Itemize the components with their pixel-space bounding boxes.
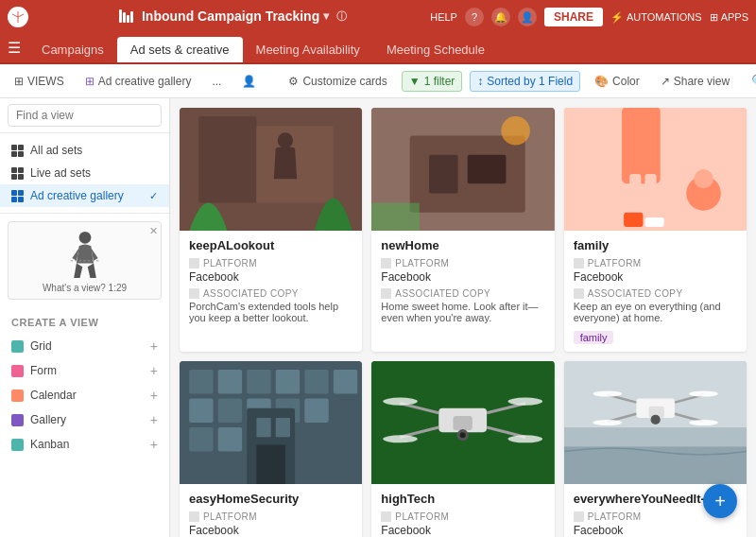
tab-campaigns[interactable]: Campaigns [28,37,117,62]
close-preview-button[interactable]: ✕ [149,225,158,237]
card-tag: family [574,331,614,344]
filter-button[interactable]: ▼ 1 filter [402,71,463,92]
notifications-icon[interactable]: 🔔 [491,8,510,26]
card-keepALookout[interactable]: keepALookout PLATFORM Facebook ASSOCIATE… [180,108,362,352]
apps-button[interactable]: ⊞ APPS [710,11,748,24]
create-calendar-button[interactable]: Calendar + [0,383,169,407]
create-grid-button[interactable]: Grid + [0,334,169,358]
field-icon [381,511,391,522]
more-options-button[interactable]: ... [205,72,228,91]
svg-point-64 [689,390,718,396]
add-record-button[interactable]: + [703,484,737,518]
help-label: HELP [430,11,457,23]
share-icon: ↗ [661,75,670,88]
gallery-view-label[interactable]: ⊞ Ad creative gallery [78,72,198,91]
sidebar-item-all-ad-sets[interactable]: All ad sets [0,139,169,162]
field-icon [381,288,391,299]
preview-label[interactable]: What's a view? 1:29 [14,283,155,293]
gallery-create-icon [11,414,24,426]
view-search[interactable] [0,98,169,133]
svg-rect-19 [644,174,656,222]
color-button[interactable]: 🎨 Color [588,72,646,91]
svg-point-49 [384,398,419,406]
platform-field: PLATFORM Facebook [381,511,544,537]
sort-button[interactable]: ↕ Sorted by 1 Field [470,71,580,92]
svg-rect-37 [218,427,242,451]
menu-button[interactable]: ☰ [8,33,21,62]
create-kanban-button[interactable]: Kanban + [0,432,169,457]
svg-rect-44 [454,416,472,430]
top-bar: Inbound Campaign Tracking ▾ ⓘ HELP ? 🔔 👤… [0,0,756,34]
svg-rect-1 [123,12,126,23]
svg-rect-31 [189,399,213,423]
share-button[interactable]: SHARE [544,8,603,26]
card-title: easyHomeSecurity [189,492,352,506]
search-button[interactable]: 🔍 [751,74,756,88]
svg-rect-68 [564,446,747,484]
kanban-create-icon [11,439,24,451]
card-title: keepALookout [189,238,352,252]
svg-point-14 [502,116,531,146]
sidebar-item-live-ad-sets[interactable]: Live ad sets [0,162,169,184]
sort-icon: ↕ [477,75,483,88]
views-toggle[interactable]: ⊞ VIEWS [8,72,71,91]
card-title: highTech [381,492,544,506]
add-icon: + [150,338,158,354]
user-icon[interactable]: 👤 [518,8,537,26]
svg-point-23 [694,169,713,188]
create-form-button[interactable]: Form + [0,358,169,383]
card-image-keepalookout [180,108,362,231]
add-icon: + [150,388,158,403]
field-icon [574,258,584,268]
help-icon[interactable]: ? [465,8,484,26]
svg-rect-0 [119,9,122,23]
share-view-button[interactable]: ↗ Share view [654,72,736,91]
svg-point-52 [508,435,543,442]
card-image-everywhere [564,361,747,484]
customize-icon: ⚙ [288,75,299,88]
svg-rect-25 [189,370,213,393]
svg-rect-27 [247,370,270,393]
calendar-create-icon [11,390,24,402]
customize-cards-button[interactable]: ⚙ Customize cards [282,72,393,91]
tab-meeting-avail[interactable]: Meeting Availability [243,37,373,62]
svg-point-67 [650,415,660,424]
cards-grid: keepALookout PLATFORM Facebook ASSOCIATE… [180,108,747,537]
tab-meeting-sched[interactable]: Meeting Schedule [373,37,498,62]
user-permissions-button[interactable]: 👤 [235,72,263,91]
svg-rect-35 [304,399,328,423]
create-gallery-button[interactable]: Gallery + [0,407,169,432]
create-section-header: Create a view [0,307,169,334]
views-icon: ⊞ [14,75,24,88]
form-create-icon [11,365,24,377]
tab-adsets[interactable]: Ad sets & creative [117,37,243,62]
grid-icon [11,145,24,157]
svg-rect-12 [429,155,458,194]
grid-create-icon [11,340,24,353]
svg-rect-32 [218,399,242,423]
page-title: Inbound Campaign Tracking ▾ ⓘ [36,9,430,26]
svg-rect-29 [304,370,328,393]
sidebar: All ad sets Live ad sets Ad creative gal… [0,98,170,537]
automations-icon: ⚡ [610,11,624,24]
card-easyHomeSecurity[interactable]: easyHomeSecurity PLATFORM Facebook [180,361,362,537]
apps-icon: ⊞ [710,11,718,24]
sidebar-item-ad-creative-gallery[interactable]: Ad creative gallery ✓ [0,184,169,207]
card-highTech[interactable]: highTech PLATFORM Facebook [371,361,554,537]
svg-rect-30 [334,370,357,393]
add-icon: + [150,437,158,452]
user-icon: 👤 [242,75,256,88]
search-input[interactable] [8,104,162,127]
svg-rect-41 [256,444,285,484]
add-icon: + [150,363,158,378]
card-newHome[interactable]: newHome PLATFORM Facebook ASSOCIATED COP… [371,108,554,352]
platform-field: PLATFORM Facebook [189,511,352,537]
svg-point-50 [508,398,543,406]
svg-rect-20 [624,213,643,227]
svg-rect-26 [218,370,242,393]
card-body-hightech: highTech PLATFORM Facebook [371,484,554,537]
automations-button[interactable]: ⚡ AUTOMATIONS [610,11,702,24]
card-image-hightech [371,361,554,484]
app-logo[interactable] [8,7,28,27]
card-family[interactable]: family PLATFORM Facebook ASSOCIATED COPY [564,108,747,352]
